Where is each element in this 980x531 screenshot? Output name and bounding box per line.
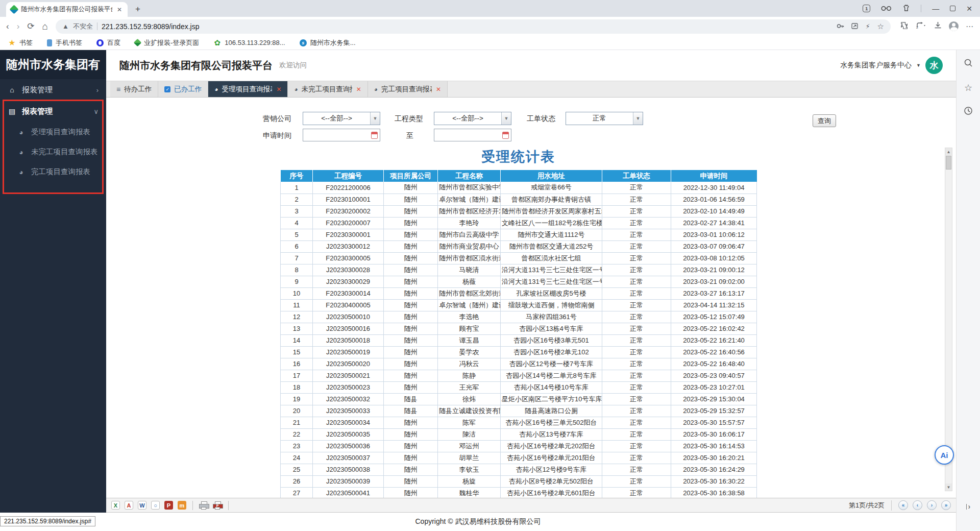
table-row[interactable]: 6J20230300012随州随州市商业贸易中心随州市曾都区交通大道252号正常… — [281, 240, 757, 252]
table-row[interactable]: 25J20230500038随州李钦玉杏苑小区12号楼9号车库正常2023-05… — [281, 464, 757, 475]
bookmark-star-icon[interactable]: ☆ — [877, 22, 884, 31]
window-maximize-icon[interactable] — [950, 6, 955, 11]
table-row[interactable]: 13J20230500016随州顾有宝杏园小区13栋4号车库正常2023-05-… — [281, 323, 757, 334]
calendar-icon[interactable] — [371, 132, 378, 139]
user-menu[interactable]: 水务集团客户服务中心 ▼ 水 — [840, 57, 943, 74]
bookmark-item[interactable]: ★书签 — [8, 38, 33, 47]
profile-avatar-icon[interactable] — [949, 21, 959, 31]
panel-expand-icon[interactable]: › — [966, 502, 970, 511]
print-icon[interactable] — [199, 501, 208, 510]
close-tab-icon[interactable]: ✕ — [356, 86, 361, 93]
table-row[interactable]: 27J20230500041随州魏桂华杏苑小区16号楼2单元601阳台正常202… — [281, 487, 757, 498]
query-button[interactable]: 查询 — [813, 114, 836, 127]
incognito-glasses-icon[interactable] — [881, 4, 892, 13]
table-row[interactable]: 14J20230500018随州谭玉昌杏园小区16号楼3单元501正常2023-… — [281, 334, 757, 346]
flash-save-icon[interactable]: ⚡ — [865, 22, 870, 30]
close-tab-icon[interactable]: ✕ — [436, 86, 441, 93]
table-row[interactable]: 1F20221200006随州随州市曾都区实验中学戒烟堂巷66号正常2022-1… — [281, 182, 757, 194]
work-tab[interactable]: ◕完工项目查询报表✕ — [368, 81, 448, 97]
sidebar-submenu-item[interactable]: ◕完工项目查询报表 — [0, 162, 106, 182]
first-page-button[interactable]: « — [898, 500, 908, 510]
work-tab[interactable]: ◕未完工项目查询报表✕ — [288, 81, 368, 97]
theme-shirt-icon[interactable] — [902, 4, 910, 13]
table-row[interactable]: 5F20230300001随州随州市白云高级中学随州市交通大道1112号正常20… — [281, 229, 757, 240]
work-tab[interactable]: ≡待办工作 — [110, 81, 158, 97]
table-row[interactable]: 10F20230300014随州随州市曾都区北郊街道孔家坡社区棚改房5号楼正常2… — [281, 287, 757, 299]
table-row[interactable]: 26J20230500039随州杨旋杏苑小区8号楼2单元502阳台正常2023-… — [281, 475, 757, 487]
restore-tabs-icon[interactable]: 2 — [916, 22, 927, 31]
next-page-button[interactable]: › — [927, 500, 937, 510]
window-minimize-icon[interactable]: — — [932, 6, 939, 11]
scrollbar-thumb[interactable] — [946, 156, 951, 170]
sidebar-submenu-item[interactable]: ◕未完工项目查询报表 — [0, 142, 106, 162]
prev-page-button[interactable]: ‹ — [913, 500, 922, 510]
search-icon[interactable] — [964, 58, 973, 69]
status-select[interactable]: 正常 ▼ — [566, 112, 643, 125]
table-row[interactable]: 18J20230500023随州王光军杏苑小区14号楼10号车库正常2023-0… — [281, 381, 757, 393]
word-export-icon[interactable]: W — [138, 501, 146, 510]
back-icon[interactable]: ‹ — [6, 22, 9, 31]
last-page-button[interactable]: » — [941, 500, 951, 510]
bookmark-item[interactable]: 百度 — [96, 38, 120, 47]
password-key-icon[interactable] — [837, 22, 844, 31]
window-close-icon[interactable]: ✕ — [966, 5, 972, 13]
work-tab[interactable]: ◕受理项目查询报表✕ — [208, 81, 288, 97]
date-from-input[interactable] — [303, 129, 380, 141]
table-row[interactable]: 9J20230300029随州杨薇沿河大道131号三七三处住宅区一号正常2023… — [281, 276, 757, 287]
table-row[interactable]: 8J20230300028随州马晓清沿河大道131号三七三处住宅区一号正常202… — [281, 264, 757, 276]
forward-icon[interactable]: › — [17, 22, 20, 31]
reload-icon[interactable]: ⟳ — [27, 22, 34, 31]
table-row[interactable]: 3F20230200002随州随州市曾都区经济开发随州市曾都经济开发区周家寨村五… — [281, 205, 757, 217]
url-text[interactable]: 221.235.152.59:8089/index.jsp — [102, 22, 832, 31]
scroll-down-icon[interactable]: ▼ — [945, 484, 952, 491]
table-row[interactable]: 15J20230500019随州晏学农杏园小区16号楼2单元102正常2023-… — [281, 346, 757, 358]
mht-export-icon[interactable]: m — [178, 501, 186, 510]
pdf-export-icon[interactable]: A — [125, 501, 133, 510]
zoom-preview-icon[interactable]: ○ — [151, 501, 160, 510]
excel-export-icon[interactable]: X — [111, 501, 120, 510]
bookmark-item[interactable]: s随州市水务集... — [300, 38, 356, 47]
browser-menu-icon[interactable]: ⋯ — [966, 22, 974, 31]
table-row[interactable]: 11F20230400005随州卓尔智城（随州）建设擂鼓墩大道西侧，博物馆南侧正… — [281, 299, 757, 311]
favorites-star-icon[interactable]: ☆ — [964, 82, 972, 93]
tab-close-icon[interactable]: ✕ — [116, 6, 123, 13]
browser-tab[interactable]: 随州市水务集团有限公司报装平台 ✕ — [6, 2, 128, 17]
sidebar-submenu-item[interactable]: ◕受理项目查询报表 — [0, 122, 106, 142]
close-tab-icon[interactable]: ✕ — [276, 86, 281, 93]
new-tab-button[interactable]: + — [132, 3, 144, 15]
print-zoom-icon[interactable]: P — [164, 501, 173, 510]
address-bar[interactable]: ▲ 不安全 221.235.152.59:8089/index.jsp ⚡ ☆ — [56, 19, 891, 34]
extensions-puzzle-icon[interactable] — [900, 21, 909, 32]
table-row[interactable]: 24J20230500037随州胡翠兰杏苑小区16号楼2单元201阳台正常202… — [281, 452, 757, 464]
calendar-icon[interactable] — [502, 132, 509, 139]
history-clock-icon[interactable] — [964, 106, 973, 117]
table-row[interactable]: 20J20230500033随县随县立诚建设投资有限随县高速路口公厕正常2023… — [281, 405, 757, 417]
home-icon[interactable]: ⌂ — [42, 21, 48, 31]
table-row[interactable]: 16J20230500020随州冯秋云杏园小区12号楼一楼7号车库正常2023-… — [281, 358, 757, 370]
table-row[interactable]: 23J20230500036随州邓运州杏苑小区16号楼2单元202阳台正常202… — [281, 440, 757, 452]
table-row[interactable]: 7F20230300005随州随州市曾都区涢水街道曾都区涢水社区七组正常2023… — [281, 252, 757, 264]
company-select[interactable]: <--全部--> ▼ — [303, 112, 380, 125]
bookmark-item[interactable]: ✿106.53.113.229:88... — [213, 39, 285, 46]
vertical-scrollbar[interactable]: ▲ ▼ — [945, 148, 952, 491]
sidebar-menu-item[interactable]: ▤报表管理∨ — [0, 101, 106, 122]
table-row[interactable]: 21J20230500034随州陈军杏苑小区16号楼三单元502阳台正常2023… — [281, 417, 757, 428]
tab-count-icon[interactable]: 1 — [863, 5, 870, 12]
bookmark-item[interactable]: 手机书签 — [47, 38, 82, 47]
download-icon[interactable] — [934, 21, 942, 31]
user-avatar[interactable]: 水 — [925, 57, 943, 74]
bookmark-item[interactable]: 业扩报装-登录页面 — [135, 38, 199, 47]
table-row[interactable]: 12J20230500010随州李选艳马家榨四组361号正常2023-05-12… — [281, 311, 757, 323]
pdf-print-icon[interactable]: P — [213, 501, 222, 510]
table-row[interactable]: 4F20230200007随州李艳玲文峰社区八一一组182号2栋住宅楼正常202… — [281, 217, 757, 229]
table-row[interactable]: 19J20230500032随县徐炜星炬小区南区二号楼平方10号车库正常2023… — [281, 393, 757, 405]
table-row[interactable]: 2F20230100001随州卓尔智城（随州）建设曾都区南郊办事处青铜古镇正常2… — [281, 194, 757, 205]
work-tab[interactable]: ✓已办工作 — [158, 81, 208, 97]
type-select[interactable]: <--全部--> ▼ — [434, 112, 511, 125]
date-to-input[interactable] — [434, 129, 511, 141]
table-row[interactable]: 17J20230500021随州陈静杏园小区14号楼二单元8号车库正常2023-… — [281, 370, 757, 381]
ai-assistant-button[interactable]: Ai — [935, 445, 954, 465]
table-row[interactable]: 22J20230500035随州陳洁杏苑小区13号楼7车库正常2023-05-3… — [281, 428, 757, 440]
scroll-up-icon[interactable]: ▲ — [945, 148, 952, 155]
fullscreen-expand-icon[interactable] — [851, 22, 858, 31]
